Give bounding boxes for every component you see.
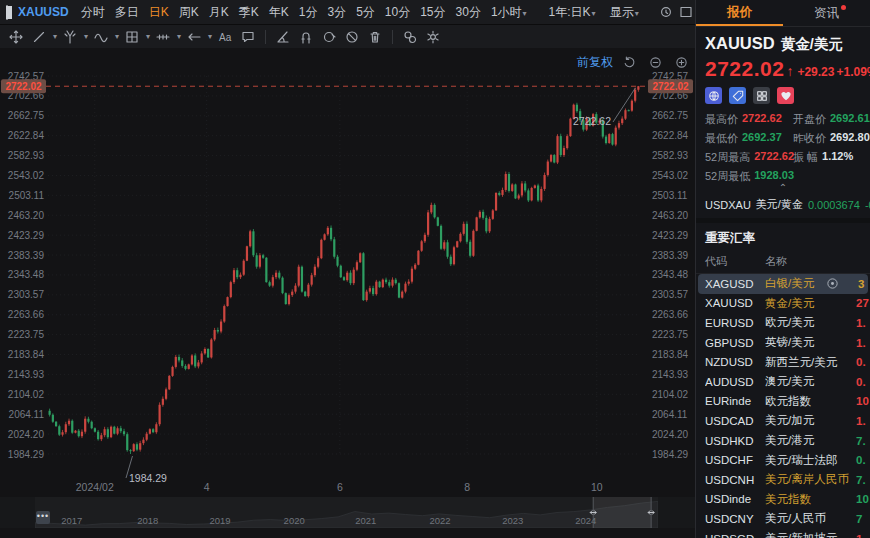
globe-icon[interactable] (705, 87, 722, 104)
svg-text:2263.66: 2263.66 (652, 309, 689, 320)
drawing-settings-icon[interactable] (423, 27, 443, 47)
fx-table: XAGUSD白银/美元3XAUUSD黄金/美元27EURUSD欧元/美元1.GB… (696, 274, 870, 538)
heart-icon[interactable] (777, 87, 794, 104)
period-多日[interactable]: 多日 (110, 2, 144, 23)
display-menu[interactable]: 显示▾ (605, 2, 644, 23)
fx-row-USDSGD[interactable]: USDSGD美元/新加坡元1. (696, 529, 870, 538)
hide-drawings-icon[interactable] (342, 27, 362, 47)
fx-row-USDHKD[interactable]: USDHKD美元/港元7. (696, 431, 870, 451)
undo-icon[interactable] (619, 52, 639, 72)
fx-row-NZDUSD[interactable]: NZDUSD新西兰元/美元0. (696, 352, 870, 372)
svg-text:2543.02: 2543.02 (652, 170, 689, 181)
chart-svg[interactable]: 2742.572742.572702.662702.662662.752662.… (0, 48, 695, 497)
freehand-tool-icon[interactable] (319, 27, 339, 47)
pattern-tool-icon[interactable] (122, 27, 142, 47)
quote-stats: 最高价2722.62开盘价2692.61最低价2692.37昨收价2692.80… (696, 104, 870, 184)
angle-tool-icon[interactable] (273, 27, 293, 47)
fx-row-XAGUSD[interactable]: XAGUSD白银/美元3 (698, 274, 868, 294)
candlestick-chart[interactable]: 前复权 2742.572742.572702.662702.662662.752… (0, 48, 695, 497)
period-30分[interactable]: 30分 (451, 2, 486, 23)
period-周K[interactable]: 周K (174, 2, 204, 23)
zoom-out-icon[interactable] (645, 52, 665, 72)
chart-pane: XAUUSD 分时多日日K周K月K季K年K1分3分5分10分15分30分1小时▾… (0, 0, 695, 538)
tab-quote[interactable]: 报价 (696, 0, 783, 26)
fx-row-GBPUSD[interactable]: GBPUSD英镑/美元1. (696, 333, 870, 353)
indicator-gear-icon[interactable] (656, 2, 676, 22)
trendline-tool-icon[interactable] (29, 27, 49, 47)
inverse-name: 美元/黄金 (756, 197, 803, 212)
measure-tool-icon[interactable] (153, 27, 173, 47)
delete-drawings-icon[interactable] (365, 27, 385, 47)
period-日K[interactable]: 日K (144, 2, 174, 23)
adjust-mode-label[interactable]: 前复权 (577, 54, 613, 71)
tab-news[interactable]: 资讯 (783, 0, 870, 26)
nav-year-2023: 2023 (502, 515, 523, 526)
chart-header: 前复权 (577, 52, 691, 72)
svg-text:4: 4 (204, 481, 210, 493)
layout-icon[interactable] (676, 2, 696, 22)
nav-year-2021: 2021 (355, 515, 376, 526)
fx-row-USDCNY[interactable]: USDCNY美元/人民币7 (696, 509, 870, 529)
arrow-tool-icon[interactable] (184, 27, 204, 47)
period-10分[interactable]: 10分 (380, 2, 415, 23)
period-年K[interactable]: 年K (264, 2, 294, 23)
nav-year-2022: 2022 (429, 515, 450, 526)
svg-text:2024.20: 2024.20 (8, 429, 45, 440)
fx-row-USDCAD[interactable]: USDCAD美元/加元1. (696, 411, 870, 431)
fx-row-USDinde[interactable]: USDinde美元指数10 (696, 490, 870, 510)
symbol-label[interactable]: XAUUSD (14, 3, 74, 21)
period-toolbar: XAUUSD 分时多日日K周K月K季K年K1分3分5分10分15分30分1小时▾… (0, 0, 701, 25)
period-季K[interactable]: 季K (234, 2, 264, 23)
navigator-more-button[interactable]: ••• (36, 511, 50, 524)
window-layout-icon[interactable] (6, 5, 8, 20)
fx-row-USDCNH[interactable]: USDCNH美元/离岸人民币7. (696, 470, 870, 490)
magnet-tool-icon[interactable] (296, 27, 316, 47)
grid-icon[interactable] (753, 87, 770, 104)
inverse-rate-row[interactable]: USDXAU 美元/黄金 0.0003674 -0.00 (696, 194, 870, 223)
svg-text:2104.02: 2104.02 (652, 389, 689, 400)
collapse-chevron-icon[interactable]: ⌃ (696, 184, 870, 194)
svg-text:2343.48: 2343.48 (8, 269, 45, 280)
fx-row-EURinde[interactable]: EURinde欧元指数10 (696, 392, 870, 412)
period-5分[interactable]: 5分 (351, 2, 380, 23)
period-月K[interactable]: 月K (204, 2, 234, 23)
quote-action-icons (696, 81, 870, 104)
period-3分[interactable]: 3分 (322, 2, 351, 23)
stat-52周最高: 52周最高2722.62 (705, 150, 793, 165)
period-1分[interactable]: 1分 (294, 2, 323, 23)
svg-text:2582.93: 2582.93 (652, 150, 689, 161)
period-1小时[interactable]: 1小时▾ (486, 2, 532, 23)
svg-text:6: 6 (337, 481, 343, 493)
pitchfork-tool-icon[interactable] (60, 27, 80, 47)
fx-row-AUDUSD[interactable]: AUDUSD澳元/美元0. (696, 372, 870, 392)
svg-text:2303.57: 2303.57 (652, 289, 689, 300)
comment-tool-icon[interactable] (238, 27, 258, 47)
fx-row-XAUUSD[interactable]: XAUUSD黄金/美元27 (696, 294, 870, 314)
fx-row-EURUSD[interactable]: EURUSD欧元/美元1. (696, 313, 870, 333)
quote-panel: 报价 资讯 XAUUSD黄金/美元 2722.02 ↑ +29.23 +1.09… (695, 0, 870, 538)
move-tool-icon[interactable] (6, 27, 26, 47)
tag-icon[interactable] (729, 87, 746, 104)
stat-最高价: 最高价2722.62 (705, 112, 793, 127)
target-icon[interactable] (826, 277, 839, 292)
svg-text:2263.66: 2263.66 (8, 309, 45, 320)
zoom-in-icon[interactable] (671, 52, 691, 72)
chart-navigator[interactable]: 20172018201920202021202220232024 ••• (0, 497, 695, 528)
stat-最低价: 最低价2692.37 (705, 131, 793, 146)
svg-text:2223.75: 2223.75 (652, 329, 689, 340)
navigator-svg[interactable]: 20172018201920202021202220232024 (35, 497, 658, 528)
period-15分[interactable]: 15分 (415, 2, 450, 23)
svg-text:2463.20: 2463.20 (8, 210, 45, 221)
svg-text:10: 10 (591, 481, 603, 493)
text-tool-icon[interactable]: Aa (215, 27, 235, 47)
svg-text:2543.02: 2543.02 (8, 170, 45, 181)
quote-price-row: 2722.02 ↑ +29.23 +1.09% (696, 54, 870, 81)
wave-tool-icon[interactable] (91, 27, 111, 47)
range-selector[interactable]: 1年:日K▾ (544, 2, 601, 23)
svg-text:2423.29: 2423.29 (8, 230, 45, 241)
object-tree-icon[interactable] (400, 27, 420, 47)
price-change: +29.23 (797, 65, 834, 79)
period-分时[interactable]: 分时 (76, 2, 110, 23)
svg-text:2622.84: 2622.84 (8, 130, 45, 141)
fx-row-USDCHF[interactable]: USDCHF美元/瑞士法郎0. (696, 450, 870, 470)
